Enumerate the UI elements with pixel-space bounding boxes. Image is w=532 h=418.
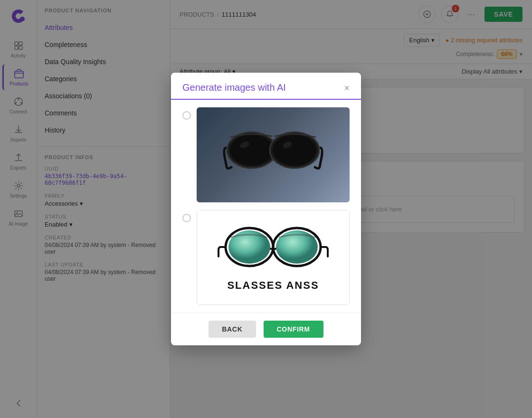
confirm-button[interactable]: CONFIRM bbox=[264, 321, 323, 338]
modal-body: SLASSES ANSS bbox=[171, 100, 361, 313]
back-button[interactable]: BACK bbox=[209, 321, 256, 338]
image-preview-2: SLASSES ANSS bbox=[197, 210, 350, 305]
modal-close-button[interactable]: × bbox=[344, 83, 350, 93]
modal-header: Generate images with AI × bbox=[171, 73, 361, 100]
modal-title: Generate images with AI bbox=[182, 82, 286, 93]
sunglasses-cartoon-preview: SLASSES ANSS bbox=[197, 210, 350, 305]
sunglasses-realistic-svg bbox=[221, 124, 325, 186]
image-option-1 bbox=[182, 107, 350, 202]
image-option-2-radio[interactable] bbox=[182, 214, 191, 222]
generate-images-modal: Generate images with AI × bbox=[171, 73, 361, 345]
sunglasses-cartoon-svg bbox=[216, 223, 330, 276]
sunglasses-realistic-preview bbox=[197, 107, 350, 202]
modal-backdrop: Generate images with AI × bbox=[0, 0, 532, 418]
svg-point-19 bbox=[230, 134, 274, 166]
slasses-text: SLASSES ANSS bbox=[227, 279, 319, 292]
svg-point-22 bbox=[273, 134, 316, 166]
image-option-1-radio[interactable] bbox=[182, 111, 191, 120]
image-option-2: SLASSES ANSS bbox=[182, 210, 350, 305]
modal-footer: BACK CONFIRM bbox=[171, 313, 361, 345]
image-preview-1 bbox=[197, 107, 350, 202]
